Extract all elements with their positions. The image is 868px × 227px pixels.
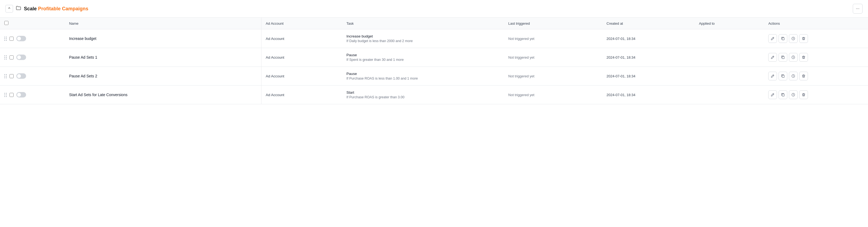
more-icon: ··· [856,6,859,11]
row-task-cell: Pause If Spent is greater than 30 and 1 … [342,48,504,67]
col-header-ad-account: Ad Account [261,18,342,29]
drag-handle[interactable] [4,55,7,60]
edit-button[interactable] [768,53,777,62]
row-name-cell: Increase budget [65,29,261,48]
row-actions-cell [764,48,868,67]
rule-toggle[interactable] [16,55,26,60]
svg-rect-6 [782,94,784,96]
drag-handle[interactable] [4,37,7,41]
row-last-triggered-cell: Not triggered yet [504,67,602,86]
rule-toggle[interactable] [16,73,26,79]
rule-name: Pause Ad Sets 1 [69,55,97,60]
delete-button[interactable] [799,34,808,43]
table-header-row: Name Ad Account Task Last triggered Crea… [0,18,868,29]
created-at-value: 2024-07-01, 18:34 [607,93,636,97]
header-left: Scale Profitable Campaigns [5,5,88,12]
task-condition: If Daily budget is less than 2000 and 2 … [346,39,499,43]
task-action: Pause [346,72,499,76]
row-task-cell: Start If Purchase ROAS is greater than 3… [342,86,504,104]
header-row: Scale Profitable Campaigns ··· [0,0,868,18]
ad-account-label: Ad Account [266,74,284,78]
row-created-at-cell: 2024-07-01, 18:34 [602,29,694,48]
ad-account-label: Ad Account [266,93,284,97]
edit-button[interactable] [768,34,777,43]
row-last-triggered-cell: Not triggered yet [504,29,602,48]
ad-account-label: Ad Account [266,55,284,60]
col-header-task: Task [342,18,504,29]
clock-icon [792,74,795,78]
rule-name: Pause Ad Sets 2 [69,74,97,78]
last-triggered-value: Not triggered yet [508,55,534,60]
select-all-checkbox[interactable] [4,21,8,25]
history-button[interactable] [789,90,798,99]
row-actions-cell [764,67,868,86]
row-meta-cell [0,86,65,104]
row-name-cell: Start Ad Sets for Late Conversions [65,86,261,104]
history-button[interactable] [789,72,798,80]
history-button[interactable] [789,34,798,43]
page-title: Scale Profitable Campaigns [24,6,88,12]
table-row: Pause Ad Sets 2 Ad Account Pause If Purc… [0,67,868,86]
delete-button[interactable] [799,72,808,80]
last-triggered-value: Not triggered yet [508,37,534,41]
rules-table: Name Ad Account Task Last triggered Crea… [0,18,868,104]
row-ad-account-cell: Ad Account [261,29,342,48]
drag-handle[interactable] [4,93,7,97]
task-action: Start [346,90,499,95]
row-meta-cell [0,48,65,67]
row-created-at-cell: 2024-07-01, 18:34 [602,86,694,104]
pencil-icon [771,37,775,40]
row-ad-account-cell: Ad Account [261,86,342,104]
row-last-triggered-cell: Not triggered yet [504,48,602,67]
drag-handle[interactable] [4,74,7,78]
clock-icon [792,55,795,59]
header-checkbox-cell [0,18,65,29]
row-applied-to-cell [694,29,764,48]
duplicate-button[interactable] [779,90,787,99]
copy-icon [781,37,785,40]
row-checkbox[interactable] [9,74,13,78]
row-actions-cell [764,29,868,48]
delete-button[interactable] [799,53,808,62]
duplicate-button[interactable] [779,72,787,80]
row-checkbox[interactable] [9,93,13,97]
duplicate-button[interactable] [779,34,787,43]
history-button[interactable] [789,53,798,62]
row-checkbox[interactable] [9,37,13,41]
table-row: Pause Ad Sets 1 Ad Account Pause If Spen… [0,48,868,67]
more-options-button[interactable]: ··· [853,4,863,13]
folder-icon [16,5,21,12]
copy-icon [781,74,785,78]
svg-rect-2 [782,57,784,59]
row-applied-to-cell [694,86,764,104]
pencil-icon [771,93,775,97]
task-condition: If Spent is greater than 30 and 1 more [346,58,499,62]
page-container: Scale Profitable Campaigns ··· Name Ad A… [0,0,868,227]
rule-toggle[interactable] [16,36,26,41]
row-actions-cell [764,86,868,104]
svg-rect-0 [782,38,784,40]
row-name-cell: Pause Ad Sets 2 [65,67,261,86]
pencil-icon [771,74,775,78]
row-created-at-cell: 2024-07-01, 18:34 [602,67,694,86]
row-checkbox[interactable] [9,55,13,60]
edit-button[interactable] [768,90,777,99]
task-condition: If Purchase ROAS is greater than 3.00 [346,95,499,99]
title-prefix: Scale [24,6,38,11]
pencil-icon [771,55,775,59]
row-meta-cell [0,29,65,48]
task-condition: If Purchase ROAS is less than 1.00 and 1… [346,76,499,80]
edit-button[interactable] [768,72,777,80]
row-applied-to-cell [694,67,764,86]
delete-button[interactable] [799,90,808,99]
col-header-name: Name [65,18,261,29]
rule-toggle[interactable] [16,92,26,97]
duplicate-button[interactable] [779,53,787,62]
clock-icon [792,93,795,97]
title-highlight: Profitable Campaigns [38,6,88,11]
copy-icon [781,55,785,59]
row-task-cell: Pause If Purchase ROAS is less than 1.00… [342,67,504,86]
row-created-at-cell: 2024-07-01, 18:34 [602,48,694,67]
collapse-button[interactable] [5,5,13,12]
col-header-applied-to: Applied to [694,18,764,29]
